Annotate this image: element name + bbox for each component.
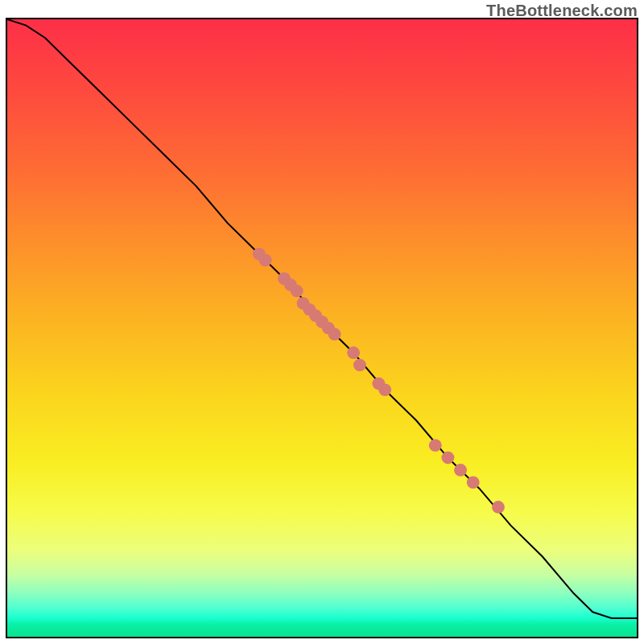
marker-dot [441, 452, 454, 464]
marker-dot [353, 359, 366, 372]
marker-dot [454, 464, 467, 477]
marker-dot [328, 328, 341, 341]
marker-dots [253, 248, 505, 514]
marker-dot [492, 501, 505, 514]
chart-overlay [7, 19, 637, 637]
marker-dot [347, 346, 360, 359]
marker-dot [429, 439, 442, 452]
marker-dot [378, 383, 391, 396]
chart-stage: TheBottleneck.com [0, 0, 644, 644]
chart-frame [6, 18, 638, 638]
marker-dot [467, 476, 480, 489]
marker-dot [291, 285, 303, 298]
marker-dot [259, 254, 272, 266]
